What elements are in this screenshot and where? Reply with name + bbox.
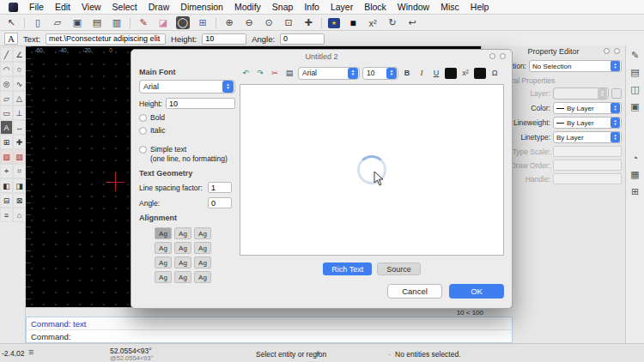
geometry-angle-input[interactable] — [208, 197, 232, 208]
align-top-center-button[interactable]: Ag — [174, 227, 191, 239]
block-icon[interactable]: ⊞ — [0, 135, 13, 149]
polygon-icon[interactable]: △ — [13, 91, 26, 106]
command-input[interactable] — [70, 331, 512, 341]
zoom-previous-icon[interactable]: ↩ — [405, 16, 419, 29]
menu-info[interactable]: Info — [304, 2, 319, 12]
text-content-input[interactable] — [46, 33, 166, 45]
snap-center-icon[interactable]: ⌖ — [0, 164, 13, 178]
menu-edit[interactable]: Edit — [55, 2, 70, 12]
rectangle-icon[interactable]: ▭ — [0, 106, 13, 120]
float-window-icon[interactable] — [489, 53, 495, 59]
align-base-left-button[interactable]: Ag — [155, 256, 172, 268]
menu-draw[interactable]: Draw — [149, 2, 170, 12]
tab-source[interactable]: Source — [377, 262, 421, 275]
menu-select[interactable]: Select — [112, 2, 137, 12]
redo-icon[interactable]: ↷ — [254, 67, 266, 79]
menu-modify[interactable]: Modify — [234, 2, 261, 12]
eraser-icon[interactable]: ◪ — [156, 16, 170, 29]
lineweight-dropdown[interactable]: By Layer — [553, 117, 622, 129]
align-bottom-right-button[interactable]: Ag — [194, 271, 211, 283]
font-height-input[interactable] — [166, 98, 235, 109]
simple-text-checkbox[interactable] — [139, 146, 147, 154]
preview-flag-icon[interactable]: ★ — [328, 18, 340, 28]
undo-icon[interactable]: ↶ — [240, 67, 252, 79]
linetype-dropdown[interactable]: By Layer — [553, 131, 622, 143]
circle-icon[interactable]: ○ — [13, 62, 26, 76]
angle-input[interactable] — [280, 33, 325, 45]
editor-font-dropdown[interactable]: Arial — [298, 67, 360, 80]
superscript-button[interactable]: x² — [459, 67, 471, 79]
float-panel-icon[interactable] — [604, 48, 610, 54]
align-top-left-button[interactable]: Ag — [155, 227, 172, 239]
table-panel-icon[interactable]: ▦ — [630, 169, 639, 180]
modify-mirror-icon[interactable]: ◨ — [13, 178, 26, 193]
app-menu-icon[interactable] — [9, 3, 18, 12]
angle-icon[interactable]: ∠ — [13, 47, 26, 62]
align-middle-center-button[interactable]: Ag — [174, 242, 191, 254]
snap-grid-icon[interactable]: ⌗ — [13, 164, 26, 178]
editor-size-dropdown[interactable]: 10 — [362, 67, 398, 80]
menu-misc[interactable]: Misc — [440, 2, 459, 12]
bold-checkbox[interactable] — [139, 114, 147, 122]
formula-icon[interactable]: x² — [366, 16, 380, 29]
print-icon[interactable]: ▤ — [90, 16, 104, 29]
spline-icon[interactable]: ∿ — [13, 76, 26, 91]
grid-icon[interactable]: ⊞ — [196, 16, 210, 29]
hatch-icon[interactable]: ▨ — [0, 149, 13, 164]
modify-trim-icon[interactable]: ◧ — [0, 178, 13, 193]
underline-button[interactable]: U — [430, 67, 442, 79]
select-arrow-icon[interactable]: ↖ — [4, 16, 18, 29]
align-base-right-button[interactable]: Ag — [194, 256, 211, 268]
layer-options-button[interactable] — [611, 88, 622, 99]
layout-panel-icon[interactable]: ◫ — [630, 84, 639, 95]
bold-button[interactable]: B — [401, 67, 413, 79]
block-panel-icon[interactable]: ▣ — [630, 101, 639, 112]
ellipse-icon[interactable]: ◎ — [0, 76, 13, 91]
explode-icon[interactable]: ⊟ — [0, 193, 13, 208]
italic-checkbox[interactable] — [139, 127, 147, 135]
align-bottom-left-button[interactable]: Ag — [155, 271, 172, 283]
point-icon[interactable]: ✚ — [13, 135, 26, 149]
view-clock-icon[interactable]: ◔ — [632, 153, 638, 163]
color-swatch-icon[interactable]: ■ — [346, 16, 360, 29]
font-family-dropdown[interactable]: Arial — [139, 80, 235, 94]
menu-view[interactable]: View — [82, 2, 101, 12]
zoom-in-icon[interactable]: ⊕ — [222, 16, 236, 29]
align-bottom-center-button[interactable]: Ag — [174, 271, 191, 283]
align-top-right-button[interactable]: Ag — [194, 227, 211, 239]
background-color-swatch[interactable] — [474, 68, 486, 79]
new-document-icon[interactable]: ▯ — [31, 16, 45, 29]
open-folder-icon[interactable]: ▱ — [51, 16, 64, 29]
clipboard-icon[interactable]: ▥ — [110, 16, 124, 29]
grid-panel-icon[interactable]: ⊞ — [631, 186, 639, 197]
tab-rich-text[interactable]: Rich Text — [323, 262, 372, 275]
align-middle-right-button[interactable]: Ag — [194, 242, 211, 254]
ok-button[interactable]: OK — [449, 284, 504, 299]
zoom-redraw-icon[interactable]: ↻ — [386, 16, 399, 29]
save-file-icon[interactable]: ▣ — [70, 16, 84, 29]
menu-layer[interactable]: Layer — [331, 2, 353, 12]
align-base-center-button[interactable]: Ag — [174, 256, 191, 268]
close-window-icon[interactable] — [500, 53, 506, 59]
annotate-pencil-icon[interactable]: ✎ — [631, 50, 639, 61]
menu-snap[interactable]: Snap — [272, 2, 294, 12]
layers-icon[interactable]: ≡ — [0, 208, 13, 222]
menu-block[interactable]: Block — [364, 2, 386, 12]
arc-icon[interactable]: ◠ — [0, 62, 13, 76]
dimension-icon[interactable]: ↔ — [13, 120, 26, 135]
align-middle-left-button[interactable]: Ag — [155, 242, 172, 254]
circle-tool-icon[interactable]: ◯ — [176, 16, 190, 29]
zoom-out-icon[interactable]: ⊖ — [242, 16, 256, 29]
perpendicular-icon[interactable]: ⊥ — [13, 106, 26, 120]
polyline-icon[interactable]: ▱ — [0, 91, 13, 106]
menu-window[interactable]: Window — [398, 2, 429, 12]
close-panel-icon[interactable] — [614, 48, 620, 54]
line-icon[interactable]: ╱ — [0, 47, 13, 62]
text-color-swatch[interactable] — [445, 68, 457, 79]
hamburger-menu-icon[interactable]: ≡ — [28, 347, 33, 357]
paste-icon[interactable]: ▤ — [283, 67, 295, 79]
home-icon[interactable]: ⌂ — [13, 208, 26, 222]
delete-icon[interactable]: ⊠ — [13, 193, 26, 208]
line-spacing-input[interactable] — [208, 182, 232, 193]
draw-pencil-icon[interactable]: ✎ — [137, 16, 150, 29]
